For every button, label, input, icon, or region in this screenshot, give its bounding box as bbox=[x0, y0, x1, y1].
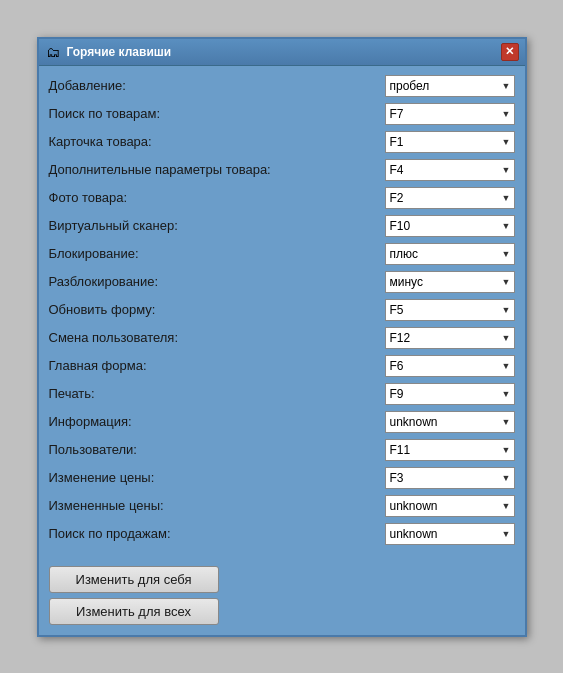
row-photo-goods: Фото товара:F2 bbox=[49, 186, 515, 210]
select-wrapper-price-change: F3 bbox=[385, 467, 515, 489]
title-bar-left: 🗂 Горячие клавиши bbox=[45, 44, 172, 60]
select-wrapper-main-form: F6 bbox=[385, 355, 515, 377]
change-for-all-button[interactable]: Изменить для всех bbox=[49, 598, 219, 625]
label-users: Пользователи: bbox=[49, 442, 385, 457]
select-users[interactable]: F11 bbox=[385, 439, 515, 461]
select-extra-params[interactable]: F4 bbox=[385, 159, 515, 181]
label-print: Печать: bbox=[49, 386, 385, 401]
select-unblock[interactable]: минус bbox=[385, 271, 515, 293]
select-wrapper-refresh-form: F5 bbox=[385, 299, 515, 321]
select-changed-prices[interactable]: unknown bbox=[385, 495, 515, 517]
select-wrapper-search-goods: F7 bbox=[385, 103, 515, 125]
row-extra-params: Дополнительные параметры товара:F4 bbox=[49, 158, 515, 182]
label-info: Информация: bbox=[49, 414, 385, 429]
select-photo-goods[interactable]: F2 bbox=[385, 187, 515, 209]
select-wrapper-extra-params: F4 bbox=[385, 159, 515, 181]
label-price-change: Изменение цены: bbox=[49, 470, 385, 485]
label-refresh-form: Обновить форму: bbox=[49, 302, 385, 317]
select-wrapper-search-sales: unknown bbox=[385, 523, 515, 545]
select-wrapper-virtual-scanner: F10 bbox=[385, 215, 515, 237]
select-card-goods[interactable]: F1 bbox=[385, 131, 515, 153]
row-changed-prices: Измененные цены:unknown bbox=[49, 494, 515, 518]
select-wrapper-change-user: F12 bbox=[385, 327, 515, 349]
select-wrapper-photo-goods: F2 bbox=[385, 187, 515, 209]
row-users: Пользователи:F11 bbox=[49, 438, 515, 462]
label-card-goods: Карточка товара: bbox=[49, 134, 385, 149]
select-virtual-scanner[interactable]: F10 bbox=[385, 215, 515, 237]
select-search-sales[interactable]: unknown bbox=[385, 523, 515, 545]
select-info[interactable]: unknown bbox=[385, 411, 515, 433]
select-add[interactable]: пробел bbox=[385, 75, 515, 97]
title-bar: 🗂 Горячие клавиши ✕ bbox=[39, 39, 525, 66]
select-search-goods[interactable]: F7 bbox=[385, 103, 515, 125]
label-changed-prices: Измененные цены: bbox=[49, 498, 385, 513]
label-change-user: Смена пользователя: bbox=[49, 330, 385, 345]
label-virtual-scanner: Виртуальный сканер: bbox=[49, 218, 385, 233]
window-icon: 🗂 bbox=[45, 44, 61, 60]
select-refresh-form[interactable]: F5 bbox=[385, 299, 515, 321]
select-print[interactable]: F9 bbox=[385, 383, 515, 405]
select-main-form[interactable]: F6 bbox=[385, 355, 515, 377]
label-photo-goods: Фото товара: bbox=[49, 190, 385, 205]
select-wrapper-info: unknown bbox=[385, 411, 515, 433]
select-wrapper-users: F11 bbox=[385, 439, 515, 461]
select-change-user[interactable]: F12 bbox=[385, 327, 515, 349]
close-button[interactable]: ✕ bbox=[501, 43, 519, 61]
label-main-form: Главная форма: bbox=[49, 358, 385, 373]
window-title: Горячие клавиши bbox=[67, 45, 172, 59]
buttons-area: Изменить для себя Изменить для всех bbox=[39, 558, 525, 635]
row-refresh-form: Обновить форму:F5 bbox=[49, 298, 515, 322]
row-search-sales: Поиск по продажам:unknown bbox=[49, 522, 515, 546]
label-extra-params: Дополнительные параметры товара: bbox=[49, 162, 385, 177]
label-search-sales: Поиск по продажам: bbox=[49, 526, 385, 541]
select-wrapper-changed-prices: unknown bbox=[385, 495, 515, 517]
label-add: Добавление: bbox=[49, 78, 385, 93]
row-info: Информация:unknown bbox=[49, 410, 515, 434]
select-wrapper-card-goods: F1 bbox=[385, 131, 515, 153]
row-search-goods: Поиск по товарам:F7 bbox=[49, 102, 515, 126]
select-price-change[interactable]: F3 bbox=[385, 467, 515, 489]
label-block: Блокирование: bbox=[49, 246, 385, 261]
row-add: Добавление:пробел bbox=[49, 74, 515, 98]
row-main-form: Главная форма:F6 bbox=[49, 354, 515, 378]
row-virtual-scanner: Виртуальный сканер:F10 bbox=[49, 214, 515, 238]
select-wrapper-print: F9 bbox=[385, 383, 515, 405]
label-search-goods: Поиск по товарам: bbox=[49, 106, 385, 121]
row-card-goods: Карточка товара:F1 bbox=[49, 130, 515, 154]
form-content: Добавление:пробелПоиск по товарам:F7Карт… bbox=[39, 66, 525, 558]
row-unblock: Разблокирование:минус bbox=[49, 270, 515, 294]
change-for-self-button[interactable]: Изменить для себя bbox=[49, 566, 219, 593]
row-price-change: Изменение цены:F3 bbox=[49, 466, 515, 490]
select-wrapper-block: плюс bbox=[385, 243, 515, 265]
row-change-user: Смена пользователя:F12 bbox=[49, 326, 515, 350]
label-unblock: Разблокирование: bbox=[49, 274, 385, 289]
select-block[interactable]: плюс bbox=[385, 243, 515, 265]
select-wrapper-unblock: минус bbox=[385, 271, 515, 293]
hotkeys-window: 🗂 Горячие клавиши ✕ Добавление:пробелПои… bbox=[37, 37, 527, 637]
row-print: Печать:F9 bbox=[49, 382, 515, 406]
row-block: Блокирование:плюс bbox=[49, 242, 515, 266]
select-wrapper-add: пробел bbox=[385, 75, 515, 97]
